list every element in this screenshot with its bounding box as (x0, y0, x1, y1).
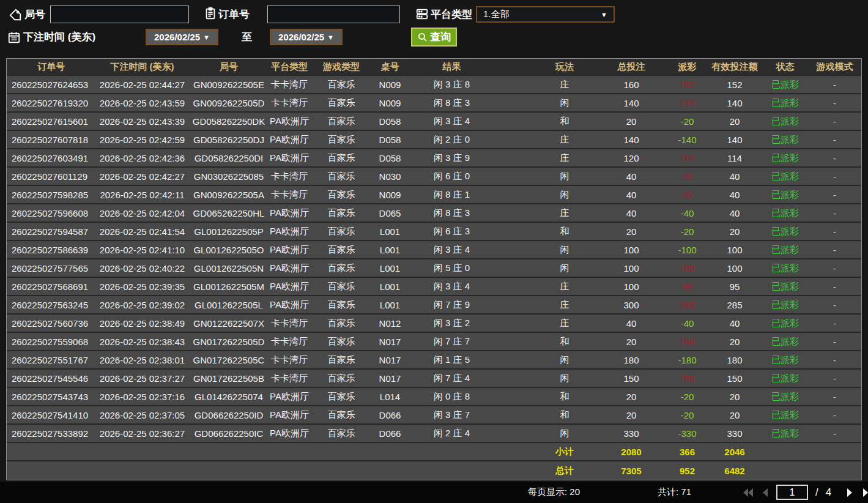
next-page-icon[interactable] (844, 488, 856, 497)
cell-game-mode: - (808, 263, 861, 274)
footer-bar: 每页显示: 20 共计: 71 / 4 (0, 482, 868, 503)
total-bet: 7305 (595, 466, 667, 476)
last-page-icon[interactable] (862, 488, 868, 497)
cell-table-no: N017 (373, 373, 407, 384)
cell-bet-time: 2026-02-25 02:41:54 (95, 226, 189, 237)
cell-game-type: 百家乐 (310, 281, 373, 292)
cell-result: 闲 3 庄 4 (407, 281, 496, 292)
cell-status: 已派彩 (762, 428, 808, 439)
cell-bet-time: 2026-02-25 02:37:16 (95, 392, 189, 402)
round-input[interactable] (50, 6, 189, 23)
cell-table-no: L001 (373, 281, 407, 292)
subtotal-label: 小计 (534, 446, 595, 458)
cell-game-type: 百家乐 (310, 171, 373, 182)
cell-table-no: D065 (373, 208, 407, 218)
cell-result: 闲 3 庄 4 (407, 244, 496, 256)
filter-bar: 局号 订单号 平台类型 1.全部 ▼ 下注时间 (美东) 2026/0 (0, 0, 868, 56)
cell-status: 已派彩 (762, 409, 808, 421)
cell-result: 闲 8 庄 3 (407, 97, 496, 109)
col-valid-bet: 有效投注额 (707, 61, 762, 73)
cell-bet-time: 2026-02-25 02:40:22 (95, 263, 189, 274)
cell-bet-type: 和 (534, 391, 595, 403)
date-to-picker[interactable]: 2026/02/25 ▼ (270, 29, 343, 45)
cell-game-mode: - (808, 171, 861, 182)
first-page-icon[interactable] (742, 488, 754, 497)
cell-payout: 40 (667, 171, 707, 182)
cell-valid-bet: 180 (707, 355, 762, 365)
cell-round-no: GD066262250IC (189, 428, 269, 439)
cell-status: 已派彩 (762, 189, 808, 201)
total-row: 总计 7305 952 6482 (7, 461, 861, 480)
cell-payout: 140 (667, 98, 707, 108)
cell-total-bet: 20 (595, 410, 667, 420)
cell-bet-time: 2026-02-25 02:41:10 (95, 245, 189, 255)
cell-round-no: GL0012622505M (189, 281, 269, 292)
cell-order-no: 260225027603491 (7, 153, 95, 163)
cell-game-mode: - (808, 373, 861, 384)
cell-table-no: D058 (373, 153, 407, 163)
col-status: 状态 (762, 61, 808, 73)
cell-payout: 160 (667, 337, 707, 347)
cell-result: 闲 3 庄 7 (407, 409, 496, 421)
cell-bet-time: 2026-02-25 02:39:02 (95, 300, 189, 310)
cell-payout: 40 (667, 190, 707, 200)
cell-game-type: 百家乐 (310, 97, 373, 109)
bet-time-label: 下注时间 (美东) (23, 28, 95, 47)
order-input[interactable] (267, 6, 400, 23)
page-number-input[interactable] (776, 485, 808, 500)
col-round: 局号 (189, 61, 269, 73)
cell-platform: PA欧洲厅 (269, 281, 310, 292)
cell-bet-time: 2026-02-25 02:42:27 (95, 171, 189, 182)
cell-game-type: 百家乐 (310, 226, 373, 237)
subtotal-payout: 366 (667, 447, 707, 457)
cell-table-no: N017 (373, 355, 407, 365)
cell-total-bet: 120 (595, 153, 667, 163)
cell-result: 闲 7 庄 4 (407, 373, 496, 384)
cell-total-bet: 100 (595, 245, 667, 255)
cell-payout: -100 (667, 245, 707, 255)
cell-game-type: 百家乐 (310, 152, 373, 164)
cell-round-no: GN0092622505E (189, 80, 269, 90)
cell-bet-type: 庄 (534, 152, 595, 164)
cell-round-no: GD065262250HL (189, 208, 269, 218)
cell-result: 闲 7 庄 7 (407, 336, 496, 348)
table-row: 260225027586639 2026-02-25 02:41:10 GL00… (7, 241, 861, 259)
cell-platform: PA欧洲厅 (269, 428, 310, 439)
cell-round-no: GN0092622505A (189, 190, 269, 200)
cell-bet-type: 和 (534, 336, 595, 348)
cell-total-bet: 40 (595, 208, 667, 218)
cell-payout: 285 (667, 300, 707, 310)
table-row: 260225027624653 2026-02-25 02:44:27 GN00… (7, 76, 861, 94)
cell-total-bet: 150 (595, 373, 667, 384)
cell-bet-type: 闲 (534, 263, 595, 274)
cell-result: 闲 2 庄 4 (407, 428, 496, 439)
cell-total-bet: 180 (595, 355, 667, 365)
table-row: 260225027577565 2026-02-25 02:40:22 GL00… (7, 259, 861, 278)
cell-payout: 150 (667, 373, 707, 384)
table-row: 260225027607818 2026-02-25 02:42:59 GD05… (7, 131, 861, 149)
cell-bet-type: 闲 (534, 97, 595, 109)
prev-page-icon[interactable] (759, 488, 771, 497)
cell-result: 闲 7 庄 9 (407, 299, 496, 311)
cell-valid-bet: 100 (707, 263, 762, 274)
cell-total-bet: 160 (595, 80, 667, 90)
table-row: 260225027543743 2026-02-25 02:37:16 GL01… (7, 388, 861, 406)
chevron-down-icon: ▼ (203, 34, 210, 41)
cell-bet-type: 庄 (534, 134, 595, 146)
cell-order-no: 260225027551767 (7, 355, 95, 365)
date-from-picker[interactable]: 2026/02/25 ▼ (146, 29, 218, 45)
query-button[interactable]: 查询 (411, 28, 457, 47)
cell-valid-bet: 20 (707, 392, 762, 402)
col-total-bet: 总投注 (595, 61, 667, 73)
platform-select-value: 1.全部 (483, 9, 510, 20)
cell-bet-time: 2026-02-25 02:38:49 (95, 318, 189, 329)
cell-round-no: GL0012622505N (189, 263, 269, 274)
cell-payout: -40 (667, 318, 707, 329)
platform-select[interactable]: 1.全部 ▼ (476, 6, 615, 23)
cell-bet-time: 2026-02-25 02:37:05 (95, 410, 189, 420)
cell-status: 已派彩 (762, 354, 808, 366)
cell-game-mode: - (808, 98, 861, 108)
subtotal-row: 小计 2080 366 2046 (7, 443, 861, 461)
cell-game-type: 百家乐 (310, 79, 373, 91)
cell-order-no: 260225027543743 (7, 392, 95, 402)
